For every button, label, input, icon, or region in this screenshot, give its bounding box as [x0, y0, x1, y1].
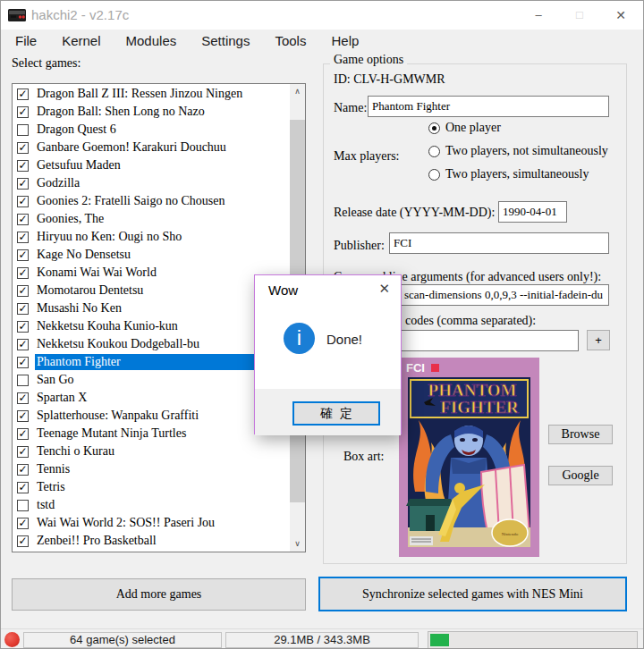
menu-item-file[interactable]: File: [3, 30, 49, 54]
list-item[interactable]: ✓Godzilla: [13, 174, 290, 192]
progress-fill: [430, 634, 449, 646]
checkbox-checked-icon[interactable]: ✓: [17, 267, 29, 279]
checkbox-checked-icon[interactable]: ✓: [17, 464, 29, 476]
checkbox-checked-icon[interactable]: ✓: [17, 160, 29, 172]
checkbox-checked-icon[interactable]: ✓: [17, 357, 29, 368]
list-item[interactable]: ✓Zenbei!! Pro Basketball: [13, 532, 290, 550]
checkbox-unchecked-icon[interactable]: [17, 375, 29, 386]
checkbox-checked-icon[interactable]: ✓: [17, 303, 29, 315]
list-item[interactable]: ✓Goonies 2: Fratelli Saigo no Chousen: [13, 192, 290, 210]
list-item[interactable]: Dragon Quest 6: [13, 121, 290, 139]
add-more-games-button[interactable]: Add more games: [12, 578, 306, 611]
list-item[interactable]: ✓Goonies, The: [13, 210, 290, 228]
radio-option[interactable]: Two players, simultaneously: [428, 165, 589, 183]
list-item[interactable]: ✓Konami Wai Wai World: [13, 264, 290, 282]
list-item[interactable]: ✓Dragon Ball Z III: Ressen Jinzou Ningen: [13, 85, 290, 103]
list-item[interactable]: ✓Nekketsu Koukou Dodgeball-bu: [13, 335, 290, 353]
checkbox-checked-icon[interactable]: ✓: [17, 428, 29, 440]
checkbox-checked-icon[interactable]: ✓: [17, 178, 29, 190]
checkbox-checked-icon[interactable]: ✓: [17, 106, 29, 118]
game-title: Musashi No Ken: [35, 300, 290, 316]
list-item[interactable]: ✓Phantom Fighter: [13, 353, 290, 371]
checkbox-checked-icon[interactable]: ✓: [17, 196, 29, 207]
list-item[interactable]: ✓Dragon Ball: Shen Long no Nazo: [13, 103, 290, 121]
list-item[interactable]: ✓Ganbare Goemon! Karakuri Douchuu: [13, 139, 290, 156]
game-title: Hiryuu no Ken: Ougi no Sho: [35, 229, 290, 245]
ok-button[interactable]: 確定: [292, 401, 380, 426]
checkbox-checked-icon[interactable]: ✓: [17, 535, 29, 547]
add-code-button[interactable]: +: [587, 330, 610, 350]
list-item[interactable]: ✓Tetris: [13, 478, 290, 496]
list-item[interactable]: tstd: [13, 496, 290, 514]
list-item[interactable]: ✓Spartan X: [13, 389, 290, 407]
list-item[interactable]: ✓Musashi No Ken: [13, 299, 290, 317]
checkbox-checked-icon[interactable]: ✓: [17, 88, 29, 100]
game-title: Tennis: [35, 461, 290, 477]
message-dialog: Wow ✕ i Done! 確定: [254, 274, 402, 434]
google-button[interactable]: Google: [548, 466, 613, 485]
checkbox-checked-icon[interactable]: ✓: [17, 142, 29, 154]
boxart-seal-text: Nintendo: [502, 532, 519, 536]
menu-item-kernel[interactable]: Kernel: [49, 30, 113, 54]
radio-option[interactable]: One player: [428, 119, 501, 137]
browse-button[interactable]: Browse: [548, 425, 613, 444]
game-title: Dragon Quest 6: [35, 122, 290, 138]
checkbox-checked-icon[interactable]: ✓: [17, 321, 29, 333]
minimize-button[interactable]: –: [518, 1, 559, 30]
checkbox-checked-icon[interactable]: ✓: [17, 392, 29, 404]
list-item[interactable]: ✓Momotarou Dentetsu: [13, 282, 290, 299]
radio-label: One player: [445, 121, 501, 135]
game-title: Dragon Ball: Shen Long no Nazo: [35, 104, 290, 120]
list-item[interactable]: ✓Splatterhouse: Wanpaku Graffiti: [13, 407, 290, 425]
radio-selected-icon[interactable]: [428, 122, 440, 134]
list-item[interactable]: ✓Getsufuu Maden: [13, 156, 290, 174]
scroll-up-icon[interactable]: ∧: [290, 84, 305, 99]
game-title: Phantom Fighter: [35, 354, 290, 370]
menu-item-settings[interactable]: Settings: [189, 30, 262, 54]
checkbox-checked-icon[interactable]: ✓: [17, 482, 29, 493]
list-item[interactable]: ✓Hiryuu no Ken: Ougi no Sho: [13, 228, 290, 246]
game-title: Godzilla: [35, 175, 290, 191]
game-title: Tenchi o Kurau: [35, 443, 290, 459]
checkbox-checked-icon[interactable]: ✓: [17, 285, 29, 297]
checkbox-checked-icon[interactable]: ✓: [17, 214, 29, 225]
synchronize-button[interactable]: Synchronize selected games with NES Mini: [318, 577, 627, 611]
release-date-input[interactable]: 1990-04-01: [498, 201, 567, 223]
game-title: Nekketsu Koukou Dodgeball-bu: [35, 336, 290, 352]
dialog-title: Wow: [268, 282, 298, 298]
game-list-rows: ✓Dragon Ball Z III: Ressen Jinzou Ningen…: [13, 85, 290, 550]
game-title: Zenbei!! Pro Basketball: [35, 533, 290, 549]
checkbox-unchecked-icon[interactable]: [17, 124, 29, 136]
game-title: Spartan X: [35, 390, 290, 406]
radio-option[interactable]: Two players, not simultaneously: [428, 142, 608, 160]
size-panel: 29.1MB / 343.3MB: [225, 632, 419, 648]
name-input[interactable]: Phantom Fighter: [368, 96, 609, 117]
checkbox-checked-icon[interactable]: ✓: [17, 410, 29, 422]
close-button[interactable]: ✕: [600, 1, 641, 30]
menu-item-tools[interactable]: Tools: [262, 30, 318, 54]
dialog-close-icon[interactable]: ✕: [378, 281, 390, 297]
list-item[interactable]: ✓Tenchi o Kurau: [13, 442, 290, 460]
list-item[interactable]: San Go: [13, 371, 290, 389]
radio-unselected-icon[interactable]: [428, 146, 440, 157]
checkbox-checked-icon[interactable]: ✓: [17, 339, 29, 350]
menu-item-help[interactable]: Help: [318, 30, 371, 54]
checkbox-checked-icon[interactable]: ✓: [17, 232, 29, 243]
menu-item-modules[interactable]: Modules: [114, 30, 190, 54]
radio-label: Two players, not simultaneously: [445, 144, 608, 158]
list-item[interactable]: ✓Nekketsu Kouha Kunio-kun: [13, 317, 290, 335]
list-item[interactable]: ✓Tennis: [13, 460, 290, 478]
boxart-title2: FIGHTER: [440, 398, 519, 417]
codes-label: codes (comma separated):: [405, 314, 536, 328]
checkbox-checked-icon[interactable]: ✓: [17, 249, 29, 261]
checkbox-checked-icon[interactable]: ✓: [17, 518, 29, 529]
checkbox-unchecked-icon[interactable]: [17, 500, 29, 511]
radio-unselected-icon[interactable]: [428, 169, 440, 181]
publisher-input[interactable]: FCI: [389, 232, 609, 254]
scroll-down-icon[interactable]: ∨: [290, 536, 305, 552]
list-item[interactable]: ✓Wai Wai World 2: SOS!! Paseri Jou: [13, 514, 290, 532]
game-title: Teenage Mutant Ninja Turtles: [35, 426, 290, 442]
list-item[interactable]: ✓Teenage Mutant Ninja Turtles: [13, 425, 290, 442]
list-item[interactable]: ✓Kage No Densetsu: [13, 246, 290, 264]
checkbox-checked-icon[interactable]: ✓: [17, 446, 29, 458]
